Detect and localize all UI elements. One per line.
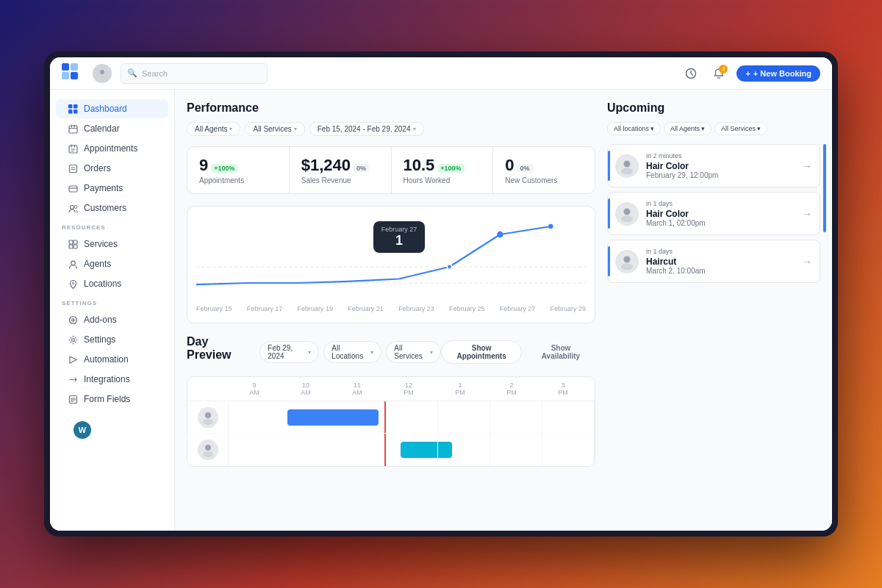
app-logo — [62, 63, 78, 83]
sidebar-item-services[interactable]: Services — [56, 234, 168, 254]
upcoming-service-1: Hair Color — [646, 161, 795, 171]
upcoming-filters: All locations ▾ All Agents ▾ All Service… — [607, 122, 820, 135]
sidebar-item-label: Form Fields — [84, 394, 130, 404]
stat-customers-label: New Customers — [505, 176, 583, 184]
calendar-icon — [68, 123, 78, 134]
sidebar-item-settings[interactable]: Settings — [56, 330, 168, 349]
upcoming-tag-1: in 2 minutes — [646, 152, 795, 159]
svg-point-45 — [548, 224, 553, 229]
sidebar-item-customers[interactable]: Customers — [56, 198, 168, 218]
chevron-down-icon: ▾ — [701, 125, 705, 132]
stat-hours-value: 10.5 +100% — [404, 156, 481, 175]
form-fields-icon — [68, 394, 78, 404]
upcoming-time-2: March 1, 02:00pm — [646, 219, 795, 227]
upcoming-info-2: in 1 days Hair Color March 1, 02:00pm — [646, 200, 795, 227]
chevron-down-icon: ▾ — [370, 349, 373, 356]
stat-badge: +100% — [437, 164, 464, 173]
user-avatar[interactable] — [93, 64, 112, 83]
sidebar-item-payments[interactable]: Payments — [56, 179, 168, 198]
plus-icon: + — [745, 69, 750, 78]
sidebar-item-label: Dashboard — [84, 104, 127, 114]
date-filter[interactable]: Feb 29, 2024 ▾ — [259, 341, 319, 363]
upcoming-info-3: in 1 days Haircut March 2, 10:00am — [646, 248, 795, 275]
svg-rect-23 — [69, 186, 77, 192]
show-appointments-button[interactable]: Show Appointments — [441, 340, 522, 364]
svg-point-5 — [98, 75, 106, 79]
upcoming-card-3[interactable]: in 1 days Haircut March 2, 10:00am → — [607, 240, 820, 283]
agent2-avatar — [198, 440, 218, 460]
time-indicator: 11:57am — [384, 401, 386, 433]
arrow-right-icon: → — [802, 160, 812, 172]
payments-icon — [68, 183, 78, 193]
stat-customers: 0 0% New Customers — [493, 147, 595, 193]
sidebar-item-locations[interactable]: Locations — [56, 274, 168, 293]
agent1-avatar — [198, 407, 218, 428]
sidebar-item-add-ons[interactable]: Add-ons — [56, 310, 168, 329]
clock-icon-btn[interactable] — [681, 63, 701, 84]
sidebar-item-appointments[interactable]: Appointments — [56, 139, 168, 158]
svg-point-55 — [624, 256, 631, 262]
upcoming-card-1[interactable]: in 2 minutes Hair Color February 29, 12:… — [607, 144, 820, 187]
tooltip-date: February 27 — [381, 226, 417, 233]
time-1pm: 1PM — [453, 380, 467, 398]
services-filter-day[interactable]: All Services ▾ — [386, 341, 441, 363]
sidebar-item-label: Agents — [84, 259, 111, 269]
sidebar-item-calendar[interactable]: Calendar — [56, 119, 168, 138]
notification-icon-btn[interactable]: 3 — [709, 63, 729, 84]
svg-point-32 — [72, 282, 74, 284]
upcoming-locations-filter[interactable]: All locations ▾ — [607, 122, 661, 135]
stat-hours: 10.5 +100% Hours Worked — [392, 147, 494, 193]
sidebar-item-form-fields[interactable]: Form Fields — [56, 390, 168, 409]
notification-badge: 3 — [719, 65, 728, 74]
show-availability-button[interactable]: Show Availability — [526, 340, 595, 364]
upcoming-avatar-2 — [615, 202, 639, 226]
addons-icon — [68, 315, 78, 325]
sidebar-item-integrations[interactable]: Integrations — [56, 370, 168, 389]
locations-filter[interactable]: All Locations ▾ — [323, 341, 381, 363]
agents-filter[interactable]: All Agents ▾ — [187, 122, 240, 136]
chevron-down-icon: ▾ — [430, 349, 433, 356]
svg-point-50 — [203, 451, 213, 457]
upcoming-card-2[interactable]: in 1 days Hair Color March 1, 02:00pm → — [607, 192, 820, 235]
sidebar-item-dashboard[interactable]: Dashboard — [56, 99, 168, 118]
integrations-icon — [68, 374, 78, 384]
upcoming-agents-filter[interactable]: All Agents ▾ — [664, 122, 711, 135]
svg-rect-30 — [74, 245, 77, 248]
wordpress-logo: W — [74, 421, 91, 439]
chevron-down-icon: ▾ — [294, 126, 297, 132]
services-filter[interactable]: All Services ▾ — [245, 122, 304, 136]
timeline-event-2[interactable] — [401, 442, 452, 458]
content-area: Performance All Agents ▾ All Services ▾ — [175, 90, 832, 531]
sidebar-item-agents[interactable]: Agents — [56, 254, 168, 273]
date-range-filter[interactable]: Feb 15, 2024 - Feb 29, 2024 ▾ — [309, 122, 424, 136]
agents-filter-label: All Agents — [195, 125, 227, 133]
day-preview-section: Day Preview Feb 29, 2024 ▾ All Locations — [187, 335, 595, 467]
svg-rect-20 — [69, 165, 76, 172]
topbar-right: 3 + + New Booking — [681, 63, 820, 84]
svg-point-51 — [624, 160, 631, 167]
search-input[interactable]: Search — [142, 69, 168, 78]
stat-appointments: 9 +100% Appointments — [187, 147, 290, 193]
search-bar[interactable]: 🔍 Search — [121, 63, 268, 84]
timeline-event-1[interactable] — [287, 409, 379, 426]
sidebar-item-orders[interactable]: Orders — [56, 159, 168, 178]
day-preview-filters: Feb 29, 2024 ▾ All Locations ▾ — [259, 341, 441, 363]
new-booking-button[interactable]: + + New Booking — [736, 65, 820, 82]
svg-point-52 — [621, 168, 633, 174]
upcoming-info-1: in 2 minutes Hair Color February 29, 12:… — [646, 152, 795, 179]
time-9am: 9AM — [248, 380, 261, 398]
time-11am: 11AM — [351, 380, 364, 398]
sidebar-item-automation[interactable]: Automation — [56, 350, 168, 369]
dashboard-icon — [68, 104, 78, 114]
svg-point-25 — [70, 205, 74, 209]
upcoming-avatar-1 — [615, 154, 639, 178]
stat-badge: 0% — [517, 164, 533, 173]
svg-rect-8 — [74, 104, 78, 109]
sidebar-item-label: Calendar — [84, 123, 120, 134]
svg-point-44 — [497, 232, 503, 238]
svg-point-36 — [71, 338, 74, 341]
upcoming-time-1: February 29, 12:00pm — [646, 171, 795, 179]
stat-badge: +100% — [211, 164, 237, 173]
upcoming-services-filter[interactable]: All Services ▾ — [714, 122, 767, 135]
upcoming-title: Upcoming — [607, 101, 820, 115]
